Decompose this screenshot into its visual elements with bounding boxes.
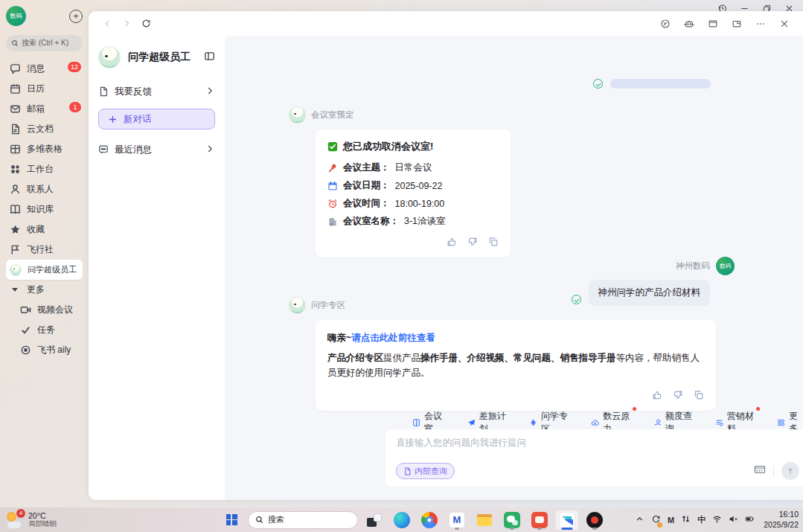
unread-badge: 12: [68, 62, 81, 72]
m-app-icon: M: [449, 512, 465, 528]
sidebar-item-tasks[interactable]: 任务: [16, 320, 83, 340]
chevron-down-icon: [12, 288, 18, 292]
refresh-button[interactable]: [138, 16, 154, 32]
doc-icon: [403, 467, 412, 475]
feedback-item[interactable]: 我要反馈: [98, 82, 215, 101]
unread-badge: 1: [69, 102, 81, 112]
forward-button[interactable]: [118, 16, 135, 32]
taskbar-app-edge[interactable]: [391, 510, 413, 530]
window-icon[interactable]: [705, 16, 721, 32]
shortcut-panel-icon[interactable]: [754, 464, 766, 478]
chat-area: 会议室预定 您已成功取消会议室! 会议主题： 日常会议 会议日期：: [225, 36, 803, 500]
new-chat-button[interactable]: 新对话: [98, 109, 215, 129]
sidebar-item-more[interactable]: 更多: [6, 280, 83, 300]
edge-icon: [394, 512, 410, 528]
open-in-window-icon[interactable]: [729, 16, 745, 32]
message-input[interactable]: [396, 437, 798, 458]
internal-query-pill[interactable]: 内部查询: [396, 463, 455, 479]
taskbar-app-recorder[interactable]: [583, 510, 606, 530]
global-search-input[interactable]: 搜索 (Ctrl + K): [6, 35, 83, 51]
copy-icon[interactable]: [488, 237, 499, 247]
taskbar-search[interactable]: 搜索: [248, 511, 358, 529]
recent-messages-item[interactable]: 最近消息: [98, 140, 215, 159]
message-icon[interactable]: [657, 16, 674, 32]
thumbs-down-icon[interactable]: [673, 390, 683, 400]
windows-taskbar: 4 20°C 局部晴朗 搜索 M M: [0, 507, 803, 532]
feishu-window: 数码 + 搜索 (Ctrl + K) 消息 12 日历 邮箱 1: [0, 0, 803, 507]
more-grid-icon: [777, 417, 785, 428]
sidebar-item-bitable[interactable]: 多维表格: [6, 139, 83, 159]
grid-icon: [10, 164, 21, 175]
weather-widget[interactable]: 4 20°C 局部晴朗: [0, 511, 57, 529]
video-icon: [20, 304, 31, 315]
taskbar-clock[interactable]: 16:10 2025/9/22: [761, 510, 799, 529]
back-button[interactable]: [99, 16, 115, 32]
materials-list-icon: [715, 417, 723, 428]
sidebar-item-mail[interactable]: 邮箱 1: [6, 99, 83, 119]
sidebar-item-calendar[interactable]: 日历: [6, 79, 83, 99]
taskbar-app-feishu[interactable]: [556, 510, 578, 530]
close-app-icon[interactable]: [776, 16, 793, 32]
calendar-icon: [327, 181, 338, 191]
sender-name: 神州数码: [676, 260, 710, 272]
search-icon: [255, 516, 263, 524]
volume-muted-icon[interactable]: [729, 513, 738, 527]
sidebar-item-community[interactable]: 飞行社: [6, 240, 83, 260]
thumbs-up-icon[interactable]: [652, 390, 662, 400]
sidebar-item-contacts[interactable]: 联系人: [6, 179, 83, 199]
sidebar-item-workbench[interactable]: 工作台: [6, 159, 83, 179]
sidebar-item-favorites[interactable]: 收藏: [6, 219, 83, 240]
app-toolbar: [89, 11, 803, 36]
sidebar-item-video-meeting[interactable]: 视频会议: [16, 300, 83, 320]
doc-icon: [10, 124, 21, 135]
bot-avatar[interactable]: [289, 297, 306, 314]
user-avatar[interactable]: 数码: [716, 257, 735, 275]
taskbar-app-chrome[interactable]: [418, 510, 441, 530]
success-check-icon: [327, 141, 338, 152]
user-avatar[interactable]: 数码: [6, 6, 26, 26]
sidebar-item-messages[interactable]: 消息 12: [6, 59, 83, 79]
taskbar-app-m[interactable]: M: [446, 510, 468, 530]
send-button[interactable]: [781, 462, 799, 480]
feishu-icon: [559, 512, 575, 528]
task-view-icon: [367, 513, 382, 527]
taskbar-app-explorer[interactable]: [473, 510, 496, 530]
message-meeting-card: 会议室预定 您已成功取消会议室! 会议主题： 日常会议 会议日期：: [289, 106, 511, 257]
start-button[interactable]: [220, 510, 243, 530]
m-tray-icon[interactable]: M: [668, 516, 674, 525]
ime-indicator[interactable]: 中: [697, 514, 706, 525]
message-input-card: 内部查询: [385, 429, 803, 487]
wifi-icon[interactable]: [712, 513, 722, 527]
check-icon: [20, 324, 31, 336]
task-view-button[interactable]: [363, 510, 385, 530]
sidebar-item-wenxue-agent[interactable]: 问学超级员工: [6, 260, 83, 280]
sidebar-item-aily[interactable]: 飞书 aily: [16, 340, 83, 360]
meeting-room-icon: [412, 417, 420, 428]
sidebar-item-docs[interactable]: 云文档: [6, 119, 83, 139]
add-button[interactable]: +: [69, 10, 83, 23]
robot-icon[interactable]: [681, 16, 697, 32]
feedback-doc-icon: [98, 86, 109, 97]
sidebar-item-knowledge[interactable]: 知识库: [6, 199, 83, 219]
zone-card: 嗨亲~请点击此处前往查看 产品介绍专区提供产品操作手册、介绍视频、常见问题、销售…: [316, 320, 716, 411]
zone-body: 产品介绍专区提供产品操作手册、介绍视频、常见问题、销售指导手册等内容，帮助销售人…: [327, 350, 704, 381]
thumbs-down-icon[interactable]: [467, 237, 478, 247]
taskbar-app-wechat[interactable]: [501, 510, 523, 530]
tray-expand-icon[interactable]: [635, 513, 644, 527]
mascot-avatar: [10, 264, 22, 276]
sender-name: 问学专区: [311, 300, 345, 311]
copy-icon[interactable]: [694, 390, 704, 400]
battery-icon[interactable]: [745, 513, 755, 527]
aily-icon: [20, 344, 31, 356]
weather-icon: 4: [6, 511, 24, 529]
windows-logo-icon: [226, 514, 237, 525]
goto-link[interactable]: 请点击此处前往查看: [351, 333, 435, 343]
taskbar-app-red[interactable]: [528, 510, 551, 530]
wechat-icon: [504, 512, 520, 528]
thumbs-up-icon[interactable]: [447, 237, 457, 247]
more-icon[interactable]: [752, 16, 769, 32]
network-activity-icon[interactable]: [681, 513, 691, 527]
collapse-panel-icon[interactable]: [204, 51, 215, 65]
bot-avatar[interactable]: [289, 106, 306, 124]
sync-tray-icon[interactable]: [651, 513, 661, 527]
